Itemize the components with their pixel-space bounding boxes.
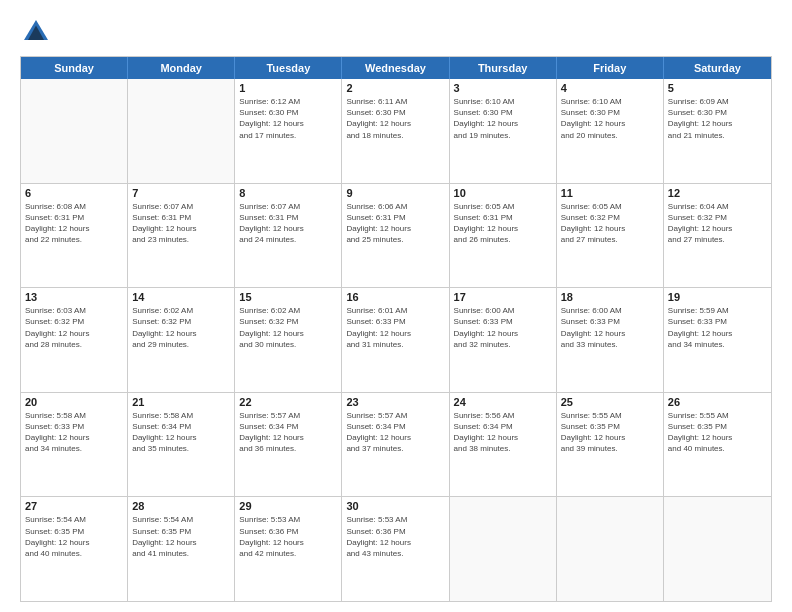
day-number: 29	[239, 500, 337, 512]
day-info: Sunrise: 5:58 AMSunset: 6:33 PMDaylight:…	[25, 410, 123, 455]
day-number: 6	[25, 187, 123, 199]
day-cell: 1Sunrise: 6:12 AMSunset: 6:30 PMDaylight…	[235, 79, 342, 183]
day-info: Sunrise: 6:10 AMSunset: 6:30 PMDaylight:…	[561, 96, 659, 141]
day-info: Sunrise: 6:06 AMSunset: 6:31 PMDaylight:…	[346, 201, 444, 246]
weekday-header-tuesday: Tuesday	[235, 57, 342, 79]
day-info: Sunrise: 5:54 AMSunset: 6:35 PMDaylight:…	[25, 514, 123, 559]
day-number: 15	[239, 291, 337, 303]
day-number: 3	[454, 82, 552, 94]
day-info: Sunrise: 6:05 AMSunset: 6:32 PMDaylight:…	[561, 201, 659, 246]
day-cell: 16Sunrise: 6:01 AMSunset: 6:33 PMDayligh…	[342, 288, 449, 392]
day-cell: 3Sunrise: 6:10 AMSunset: 6:30 PMDaylight…	[450, 79, 557, 183]
day-info: Sunrise: 6:02 AMSunset: 6:32 PMDaylight:…	[132, 305, 230, 350]
weekday-header-saturday: Saturday	[664, 57, 771, 79]
day-cell	[450, 497, 557, 601]
day-info: Sunrise: 6:12 AMSunset: 6:30 PMDaylight:…	[239, 96, 337, 141]
day-number: 21	[132, 396, 230, 408]
day-number: 25	[561, 396, 659, 408]
day-number: 16	[346, 291, 444, 303]
day-info: Sunrise: 5:58 AMSunset: 6:34 PMDaylight:…	[132, 410, 230, 455]
week-row-3: 13Sunrise: 6:03 AMSunset: 6:32 PMDayligh…	[21, 288, 771, 393]
day-number: 30	[346, 500, 444, 512]
day-cell: 26Sunrise: 5:55 AMSunset: 6:35 PMDayligh…	[664, 393, 771, 497]
day-cell	[21, 79, 128, 183]
day-number: 7	[132, 187, 230, 199]
day-cell	[128, 79, 235, 183]
day-info: Sunrise: 6:00 AMSunset: 6:33 PMDaylight:…	[454, 305, 552, 350]
day-cell: 27Sunrise: 5:54 AMSunset: 6:35 PMDayligh…	[21, 497, 128, 601]
day-info: Sunrise: 5:57 AMSunset: 6:34 PMDaylight:…	[239, 410, 337, 455]
day-cell	[557, 497, 664, 601]
day-info: Sunrise: 6:05 AMSunset: 6:31 PMDaylight:…	[454, 201, 552, 246]
day-info: Sunrise: 6:00 AMSunset: 6:33 PMDaylight:…	[561, 305, 659, 350]
day-cell: 21Sunrise: 5:58 AMSunset: 6:34 PMDayligh…	[128, 393, 235, 497]
calendar: SundayMondayTuesdayWednesdayThursdayFrid…	[20, 56, 772, 602]
day-number: 17	[454, 291, 552, 303]
weekday-header-friday: Friday	[557, 57, 664, 79]
week-row-2: 6Sunrise: 6:08 AMSunset: 6:31 PMDaylight…	[21, 184, 771, 289]
day-cell: 13Sunrise: 6:03 AMSunset: 6:32 PMDayligh…	[21, 288, 128, 392]
day-info: Sunrise: 5:59 AMSunset: 6:33 PMDaylight:…	[668, 305, 767, 350]
day-cell: 4Sunrise: 6:10 AMSunset: 6:30 PMDaylight…	[557, 79, 664, 183]
calendar-body: 1Sunrise: 6:12 AMSunset: 6:30 PMDaylight…	[21, 79, 771, 601]
day-number: 19	[668, 291, 767, 303]
day-number: 12	[668, 187, 767, 199]
day-number: 1	[239, 82, 337, 94]
day-cell: 18Sunrise: 6:00 AMSunset: 6:33 PMDayligh…	[557, 288, 664, 392]
day-cell: 30Sunrise: 5:53 AMSunset: 6:36 PMDayligh…	[342, 497, 449, 601]
calendar-header: SundayMondayTuesdayWednesdayThursdayFrid…	[21, 57, 771, 79]
week-row-4: 20Sunrise: 5:58 AMSunset: 6:33 PMDayligh…	[21, 393, 771, 498]
day-number: 28	[132, 500, 230, 512]
day-cell: 28Sunrise: 5:54 AMSunset: 6:35 PMDayligh…	[128, 497, 235, 601]
day-number: 27	[25, 500, 123, 512]
logo-icon	[20, 16, 52, 48]
day-info: Sunrise: 5:56 AMSunset: 6:34 PMDaylight:…	[454, 410, 552, 455]
header	[20, 16, 772, 48]
day-info: Sunrise: 6:07 AMSunset: 6:31 PMDaylight:…	[132, 201, 230, 246]
weekday-header-wednesday: Wednesday	[342, 57, 449, 79]
day-cell: 6Sunrise: 6:08 AMSunset: 6:31 PMDaylight…	[21, 184, 128, 288]
day-cell: 29Sunrise: 5:53 AMSunset: 6:36 PMDayligh…	[235, 497, 342, 601]
day-cell	[664, 497, 771, 601]
day-number: 26	[668, 396, 767, 408]
page: SundayMondayTuesdayWednesdayThursdayFrid…	[0, 0, 792, 612]
week-row-1: 1Sunrise: 6:12 AMSunset: 6:30 PMDaylight…	[21, 79, 771, 184]
day-cell: 7Sunrise: 6:07 AMSunset: 6:31 PMDaylight…	[128, 184, 235, 288]
day-cell: 2Sunrise: 6:11 AMSunset: 6:30 PMDaylight…	[342, 79, 449, 183]
day-cell: 9Sunrise: 6:06 AMSunset: 6:31 PMDaylight…	[342, 184, 449, 288]
day-number: 11	[561, 187, 659, 199]
day-number: 23	[346, 396, 444, 408]
day-info: Sunrise: 6:08 AMSunset: 6:31 PMDaylight:…	[25, 201, 123, 246]
day-cell: 10Sunrise: 6:05 AMSunset: 6:31 PMDayligh…	[450, 184, 557, 288]
day-cell: 22Sunrise: 5:57 AMSunset: 6:34 PMDayligh…	[235, 393, 342, 497]
day-number: 5	[668, 82, 767, 94]
day-number: 14	[132, 291, 230, 303]
day-info: Sunrise: 6:04 AMSunset: 6:32 PMDaylight:…	[668, 201, 767, 246]
day-info: Sunrise: 5:54 AMSunset: 6:35 PMDaylight:…	[132, 514, 230, 559]
day-info: Sunrise: 5:53 AMSunset: 6:36 PMDaylight:…	[239, 514, 337, 559]
day-number: 13	[25, 291, 123, 303]
day-number: 10	[454, 187, 552, 199]
day-number: 8	[239, 187, 337, 199]
day-number: 9	[346, 187, 444, 199]
day-cell: 12Sunrise: 6:04 AMSunset: 6:32 PMDayligh…	[664, 184, 771, 288]
day-cell: 20Sunrise: 5:58 AMSunset: 6:33 PMDayligh…	[21, 393, 128, 497]
day-info: Sunrise: 6:10 AMSunset: 6:30 PMDaylight:…	[454, 96, 552, 141]
weekday-header-monday: Monday	[128, 57, 235, 79]
day-cell: 5Sunrise: 6:09 AMSunset: 6:30 PMDaylight…	[664, 79, 771, 183]
day-info: Sunrise: 5:55 AMSunset: 6:35 PMDaylight:…	[668, 410, 767, 455]
day-cell: 19Sunrise: 5:59 AMSunset: 6:33 PMDayligh…	[664, 288, 771, 392]
day-cell: 17Sunrise: 6:00 AMSunset: 6:33 PMDayligh…	[450, 288, 557, 392]
day-cell: 24Sunrise: 5:56 AMSunset: 6:34 PMDayligh…	[450, 393, 557, 497]
day-info: Sunrise: 6:07 AMSunset: 6:31 PMDaylight:…	[239, 201, 337, 246]
day-number: 22	[239, 396, 337, 408]
day-number: 18	[561, 291, 659, 303]
day-cell: 8Sunrise: 6:07 AMSunset: 6:31 PMDaylight…	[235, 184, 342, 288]
day-cell: 15Sunrise: 6:02 AMSunset: 6:32 PMDayligh…	[235, 288, 342, 392]
day-info: Sunrise: 6:11 AMSunset: 6:30 PMDaylight:…	[346, 96, 444, 141]
day-cell: 14Sunrise: 6:02 AMSunset: 6:32 PMDayligh…	[128, 288, 235, 392]
day-info: Sunrise: 5:55 AMSunset: 6:35 PMDaylight:…	[561, 410, 659, 455]
day-number: 20	[25, 396, 123, 408]
weekday-header-sunday: Sunday	[21, 57, 128, 79]
day-info: Sunrise: 6:03 AMSunset: 6:32 PMDaylight:…	[25, 305, 123, 350]
